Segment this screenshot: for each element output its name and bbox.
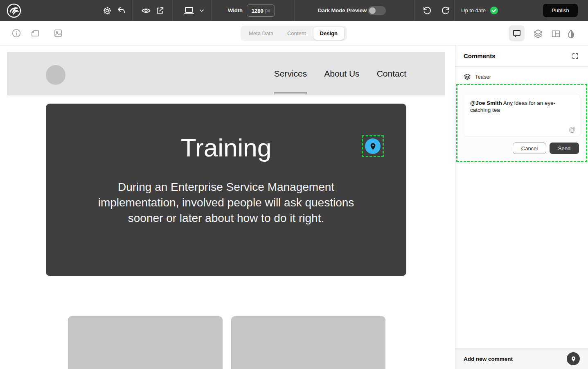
toolbar-divider [454, 0, 455, 21]
undo-icon [422, 6, 432, 16]
up-to-date-check-icon [490, 6, 498, 15]
comment-input[interactable]: @Joe Smith Any ideas for an eye-catching… [464, 94, 580, 137]
laptop-icon [183, 5, 195, 16]
comments-mode-button[interactable] [509, 25, 525, 41]
layers-icon [464, 73, 471, 80]
toolbar-divider [414, 0, 415, 21]
open-in-new-tab-button[interactable] [155, 5, 165, 16]
comment-section-label: Teaser [475, 74, 491, 80]
width-value: 1280 [252, 8, 264, 14]
layout-icon [551, 29, 561, 39]
dark-mode-label: Dark Mode Preview [318, 0, 367, 21]
toggle-knob [369, 7, 376, 14]
page-preview-canvas: Services About Us Contact Training Durin… [0, 45, 455, 369]
add-comment-pin-button[interactable] [567, 352, 580, 365]
toolbar-divider [294, 0, 295, 21]
preview-button[interactable] [141, 5, 151, 16]
nav-item-contact[interactable]: Contact [377, 69, 406, 79]
publish-status-text: Up to date [461, 0, 486, 21]
comment-section-teaser[interactable]: Teaser [455, 71, 588, 82]
site-logo-placeholder[interactable] [46, 65, 65, 85]
discard-changes-button[interactable] [116, 5, 127, 16]
width-unit: px [265, 8, 270, 14]
settings-button[interactable] [102, 5, 113, 16]
layout-panel-button[interactable] [550, 28, 561, 39]
fullscreen-icon [572, 52, 579, 60]
add-new-comment-label: Add new comment [464, 356, 513, 362]
toolbar-divider [132, 0, 133, 21]
comments-panel-title: Comments [464, 52, 496, 59]
page-info-button[interactable] [11, 28, 22, 38]
redo-button[interactable] [440, 5, 451, 16]
width-label: Width [228, 0, 243, 21]
toolbar-divider [211, 0, 212, 21]
dark-mode-toggle[interactable] [368, 6, 386, 15]
send-button[interactable]: Send [550, 143, 579, 154]
hero-teaser-section: Training During an Enterprise Service Ma… [46, 104, 406, 276]
secondary-toolbar: Meta Data Content Design [0, 21, 588, 45]
page-icon [30, 28, 40, 38]
draft-actions: Cancel Send [513, 143, 579, 154]
content-placeholder-box[interactable] [68, 316, 223, 369]
add-comment-bar: Add new comment [455, 348, 588, 369]
redo-icon [441, 6, 451, 16]
app-root: Width 1280 px Dark Mode Preview [0, 0, 588, 369]
comments-panel-header: Comments [455, 45, 588, 67]
external-link-icon [155, 6, 164, 15]
comment-draft-zone: @Joe Smith Any ideas for an eye-catching… [456, 84, 587, 162]
tab-content[interactable]: Content [281, 27, 313, 40]
layers-icon [533, 28, 543, 39]
comment-bubble-icon [512, 29, 522, 38]
cancel-button[interactable]: Cancel [513, 143, 546, 154]
comments-sidebar: Comments Teaser @Joe Smit [455, 45, 588, 369]
nav-item-services[interactable]: Services [274, 69, 307, 79]
expand-panel-button[interactable] [571, 52, 580, 61]
comment-pin-circle [365, 138, 381, 154]
site-navigation: Services About Us Contact [274, 52, 406, 95]
tab-design[interactable]: Design [313, 27, 344, 40]
logo-icon [7, 3, 21, 18]
contrast-button[interactable] [565, 28, 576, 39]
toolbar-divider [172, 0, 173, 21]
image-icon [53, 28, 63, 38]
width-input[interactable]: 1280 px [247, 5, 275, 17]
layers-panel-button[interactable] [533, 28, 543, 39]
chevron-down-icon [198, 7, 205, 14]
content-placeholder-box[interactable] [231, 316, 385, 369]
top-toolbar: Width 1280 px Dark Mode Preview [0, 0, 588, 21]
tab-meta-data[interactable]: Meta Data [242, 27, 280, 40]
mention-at-button[interactable]: @ [569, 126, 576, 134]
undo-arrow-icon [117, 6, 126, 16]
image-button[interactable] [53, 28, 63, 38]
gear-icon [102, 6, 112, 16]
device-preview-select[interactable] [179, 5, 209, 17]
nav-item-about-us[interactable]: About Us [324, 69, 359, 79]
comment-pin-marker[interactable] [362, 135, 384, 157]
hero-title[interactable]: Training [46, 133, 406, 162]
droplet-contrast-icon [566, 29, 576, 39]
page-button[interactable] [30, 28, 41, 38]
site-header-section: Services About Us Contact [7, 52, 445, 95]
location-pin-icon [570, 356, 577, 362]
editor-tabs: Meta Data Content Design [241, 26, 347, 41]
undo-button[interactable] [422, 5, 433, 16]
info-icon [11, 28, 21, 38]
mention-text: @Joe Smith [470, 100, 502, 106]
hero-body-text[interactable]: During an Enterprise Service Management … [83, 179, 369, 226]
eye-icon [141, 6, 151, 16]
publish-button[interactable]: Publish [543, 4, 578, 17]
location-pin-icon [369, 143, 377, 150]
app-logo[interactable] [7, 3, 21, 18]
